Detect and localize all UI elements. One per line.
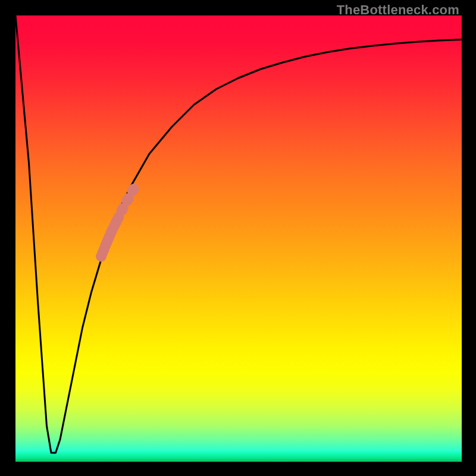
watermark-text: TheBottleneck.com [337,2,459,18]
curve-path [15,15,462,453]
highlight-point [129,184,139,195]
bottleneck-curve [15,15,462,453]
highlight-cluster [96,184,139,262]
chart-svg [15,15,462,462]
chart-frame: TheBottleneck.com [0,0,476,476]
plot-area [15,15,462,462]
